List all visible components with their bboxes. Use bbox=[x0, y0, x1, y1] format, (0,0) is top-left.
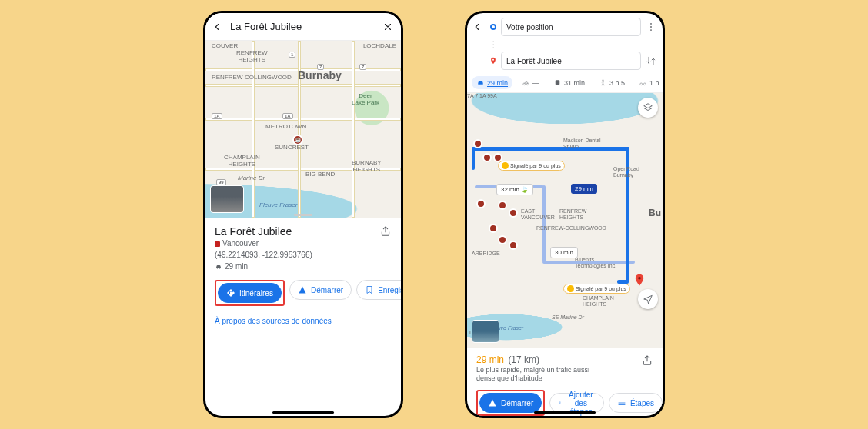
svg-point-7 bbox=[526, 83, 529, 85]
warning-icon bbox=[567, 285, 574, 292]
nbhd-suncrest: SUNCREST bbox=[275, 145, 309, 151]
streetview-thumbnail[interactable] bbox=[472, 320, 499, 343]
hwy-badge-1a: 1A bbox=[212, 113, 222, 119]
header-title: La Forêt Jubilee bbox=[225, 21, 381, 32]
swap-icon[interactable] bbox=[644, 55, 658, 66]
poi-bluebits: Bluebits Technologies Inc. bbox=[575, 257, 616, 268]
map-panel[interactable]: 7 7 1 1A 1A 99 Burnaby RENFREW HEIGHTS R… bbox=[205, 41, 401, 218]
home-indicator bbox=[272, 411, 334, 414]
layers-button[interactable] bbox=[638, 98, 658, 118]
road-se-marine: SE Marine Dr bbox=[552, 314, 584, 321]
water-fraser: Fleuve Fraser bbox=[259, 202, 297, 209]
svg-point-1 bbox=[219, 268, 220, 269]
car-icon bbox=[215, 263, 222, 271]
nbhd-metrotown: METROTOWN bbox=[265, 124, 306, 131]
park-deer-lake: Deer Lake Park bbox=[352, 93, 379, 107]
place-travel-time: 29 min bbox=[225, 262, 248, 271]
poi-openroad: OpenRoad Burnaby bbox=[613, 166, 639, 178]
origin-dot-icon bbox=[490, 24, 496, 30]
nbhd-champlain: CHAMPLAIN HEIGHTS bbox=[583, 295, 614, 307]
destination-field[interactable]: La Forêt Jubilee bbox=[501, 52, 641, 70]
svg-point-12 bbox=[638, 277, 641, 280]
hwy-badge-1a: 1A bbox=[479, 93, 486, 98]
svg-point-3 bbox=[650, 26, 652, 28]
route-alt2-badge: 30 min bbox=[550, 247, 578, 258]
travel-mode-tabs: 29 min — 31 min 3 h 5 1 h bbox=[467, 73, 663, 93]
city-label: Burnaby bbox=[298, 70, 342, 81]
svg-point-10 bbox=[640, 83, 643, 85]
share-icon[interactable] bbox=[379, 225, 392, 238]
incident-report-1[interactable]: Signalé par 9 ou plus bbox=[498, 161, 565, 171]
nbhd-burnaby-heights: BURNABY HEIGHTS bbox=[352, 160, 382, 174]
poi-pin-icon[interactable] bbox=[509, 241, 518, 250]
nbhd-lochdale: LOCHDALE bbox=[363, 43, 396, 50]
place-title: La Forêt Jubilee bbox=[215, 225, 292, 238]
poi-pin-icon[interactable] bbox=[498, 201, 507, 210]
nbhd-big-bend: BIG BEND bbox=[305, 171, 335, 178]
home-indicator bbox=[534, 411, 596, 414]
hwy-badge-99a: 99A bbox=[487, 93, 496, 98]
start-navigation-button[interactable]: Démarrer bbox=[479, 393, 542, 413]
mode-bike-tab[interactable]: 1 h bbox=[634, 76, 663, 89]
origin-field[interactable]: Votre position bbox=[501, 18, 641, 36]
incident-report-2[interactable]: Signalé par 9 ou plus bbox=[563, 284, 630, 294]
phone-screenshot-place-details: La Forêt Jubilee 7 7 1 1A 1A 99 Burnaby … bbox=[203, 11, 403, 418]
svg-point-6 bbox=[523, 83, 526, 85]
svg-point-5 bbox=[492, 59, 494, 61]
poi-pin-icon[interactable] bbox=[493, 153, 502, 162]
warning-icon bbox=[502, 162, 509, 169]
action-row: Itinéraires Démarrer Enregistrer bbox=[215, 280, 392, 306]
mode-transit-tab[interactable]: 31 min bbox=[549, 76, 589, 89]
svg-point-4 bbox=[650, 29, 652, 31]
mode-walk-tab[interactable]: 3 h 5 bbox=[594, 76, 629, 89]
add-stops-button[interactable]: Ajouter des étapes bbox=[549, 393, 604, 413]
mode-car-tab[interactable]: 29 min bbox=[472, 76, 512, 89]
start-button[interactable]: Démarrer bbox=[289, 280, 352, 300]
svg-point-0 bbox=[217, 268, 218, 269]
nbhd-renfrew-heights: RENFREW HEIGHTS bbox=[236, 50, 267, 64]
route-primary-badge: 29 min bbox=[571, 184, 597, 194]
svg-point-2 bbox=[650, 23, 652, 25]
recenter-button[interactable] bbox=[638, 289, 658, 309]
directions-header: Votre position ··· La Forêt Jubilee bbox=[467, 13, 663, 73]
poi-pin-icon[interactable] bbox=[482, 153, 492, 162]
route-dots-icon: ··· bbox=[489, 39, 498, 48]
steps-button[interactable]: Étapes bbox=[609, 393, 663, 413]
nbhd-renfrew-heights: RENFREW HEIGHTS bbox=[559, 208, 586, 220]
save-button[interactable]: Enregistrer bbox=[356, 280, 403, 300]
back-icon[interactable] bbox=[472, 22, 486, 32]
svg-point-13 bbox=[559, 401, 560, 402]
data-sources-link[interactable]: À propos des sources de données bbox=[215, 317, 392, 325]
place-coords: (49.2214093, -122.9953766) bbox=[215, 251, 312, 259]
more-icon[interactable] bbox=[644, 22, 658, 32]
share-icon[interactable] bbox=[641, 354, 653, 367]
nbhd-arbridge: ARBRIDGE bbox=[472, 251, 500, 257]
svg-rect-8 bbox=[556, 80, 560, 85]
streetview-thumbnail[interactable] bbox=[210, 185, 244, 213]
poi-pin-icon[interactable] bbox=[476, 199, 486, 208]
route-duration: 29 min bbox=[476, 354, 504, 365]
destination-pin-icon bbox=[489, 56, 498, 65]
close-icon[interactable] bbox=[381, 22, 395, 32]
svg-point-11 bbox=[643, 83, 646, 85]
sheet-handle[interactable] bbox=[294, 214, 312, 216]
directions-button[interactable]: Itinéraires bbox=[218, 283, 282, 303]
poi-pin-icon[interactable] bbox=[473, 139, 482, 148]
city-label-bu: Bu bbox=[649, 208, 661, 218]
destination-marker-icon[interactable] bbox=[633, 271, 643, 282]
hwy-badge-7: 7 bbox=[475, 93, 478, 98]
mode-moto-tab[interactable]: — bbox=[517, 76, 544, 89]
hwy-badge-7a: 7A bbox=[467, 93, 473, 98]
route-distance: (17 km) bbox=[508, 354, 539, 365]
poi-pin-icon[interactable] bbox=[509, 208, 518, 218]
poi-pin-icon[interactable] bbox=[498, 235, 507, 244]
place-info-sheet: La Forêt Jubilee Vancouver (49.2214093, … bbox=[205, 218, 401, 416]
poi-pin-icon[interactable]: ☕ bbox=[292, 135, 303, 145]
back-icon[interactable] bbox=[212, 22, 225, 32]
hwy-badge-1: 1 bbox=[289, 52, 295, 58]
nbhd-renfrew-collingwood: RENFREW-COLLINGWOOD bbox=[212, 75, 292, 81]
poi-pin-icon[interactable] bbox=[489, 224, 498, 233]
route-map-panel[interactable]: 29 min 32 min 🍃 30 min Signalé par 9 ou … bbox=[467, 93, 663, 348]
route-description: Le plus rapide, malgré un trafic aussi d… bbox=[476, 366, 607, 384]
svg-point-9 bbox=[603, 79, 604, 81]
